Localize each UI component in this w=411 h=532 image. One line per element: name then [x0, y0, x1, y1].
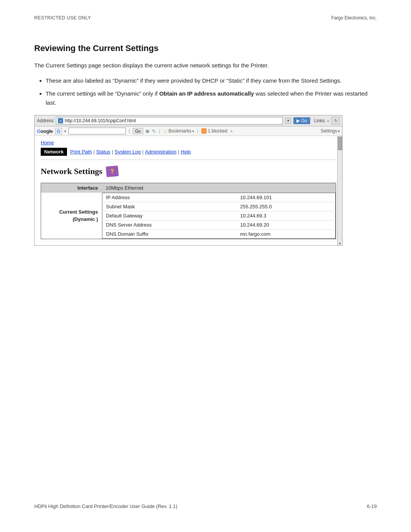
ip-address-row: IP Address 10.244.69.101 — [102, 193, 336, 202]
bullet-list: These are also labeled as “Dynamic” if t… — [34, 76, 377, 107]
ip-address-value: 10.244.69.101 — [236, 193, 336, 202]
default-gateway-label: Default Gateway — [102, 211, 236, 220]
current-settings-sub: (Dynamic ) — [73, 216, 98, 222]
bullet-2-before: The current settings will be “Dynamic” o… — [46, 90, 159, 97]
footer-guide-title: HDPii High Definition Card Printer/Encod… — [34, 503, 177, 509]
intro-paragraph: The Current Settings page section displa… — [34, 61, 377, 70]
subnet-mask-value: 255.255.255.0 — [236, 202, 336, 211]
blocked-btn[interactable]: ! 1 blocked — [201, 128, 227, 134]
bookmarks-dropdown-icon: ▾ — [192, 129, 194, 133]
toolbar-back-icon[interactable]: ⊕ — [145, 128, 150, 134]
dns-server-row: DNS Server Address 10.244.69.20 — [102, 220, 336, 230]
nav-network-btn[interactable]: Network — [41, 148, 67, 156]
address-bar[interactable]: e http://10.244.69.101/tcpipConf.html — [56, 117, 283, 125]
default-gateway-value: 10.244.69.3 — [236, 211, 336, 220]
url-text: http://10.244.69.101/tcpipConf.html — [65, 118, 281, 123]
subnet-mask-row: Subnet Mask 255.255.255.0 — [102, 202, 336, 211]
toolbar-separator-3: | — [197, 128, 198, 134]
book-icon — [106, 166, 119, 177]
dns-server-value: 10.244.69.20 — [236, 220, 336, 230]
blocked-label: 1 blocked — [208, 128, 227, 134]
links-chevron-icon: » — [327, 119, 329, 123]
dns-domain-label: DNS Domain Suffix — [102, 230, 236, 239]
web-divider — [41, 160, 336, 160]
links-label: Links — [314, 118, 325, 123]
settings-table: Interface 10Mbps Ethernet Current Settin… — [41, 183, 336, 239]
current-settings-label-cell: Current Settings (Dynamic ) — [41, 193, 102, 239]
page-footer: HDPii High Definition Card Printer/Encod… — [34, 488, 377, 509]
blocked-icon: ! — [201, 128, 207, 134]
nav-administration[interactable]: Administration — [145, 149, 176, 155]
google-g-btn[interactable]: G — [55, 128, 62, 134]
interface-label-cell: Interface — [41, 183, 102, 193]
google-search-input[interactable] — [70, 128, 124, 134]
google-g-letter: G — [37, 128, 41, 134]
toolbar-forward-icon[interactable]: ✎ — [152, 128, 156, 134]
settings-label: Settings — [321, 128, 337, 134]
star-icon: ☆ — [163, 128, 168, 134]
refresh-icon[interactable]: ↻ — [331, 117, 340, 125]
toolbar-separator-1: | — [129, 128, 130, 134]
nav-print-path[interactable]: Print Path — [70, 149, 92, 155]
main-content: Reviewing the Current Settings The Curre… — [34, 36, 377, 488]
web-nav: Network Print Path | Status | System Log… — [41, 148, 336, 156]
page-icon: e — [58, 118, 63, 123]
nav-status[interactable]: Status — [96, 149, 110, 155]
network-settings-heading: Network Settings — [41, 166, 336, 177]
scrollbar-thumb[interactable] — [338, 137, 342, 150]
current-settings-row: Current Settings (Dynamic ) IP Address 1… — [41, 193, 336, 239]
header-company: Fargo Electronics, Inc. — [331, 15, 377, 21]
footer-page-number: 6-19 — [367, 503, 377, 509]
bullet-item-2: The current settings will be “Dynamic” o… — [46, 89, 377, 107]
web-content: ▼ Home Network Print Path | Status | Sys… — [35, 136, 342, 245]
ip-address-label: IP Address — [102, 193, 236, 202]
dns-domain-row: DNS Domain Suffix mn.fargo.com — [102, 230, 336, 239]
go-button[interactable]: ▶ Go — [293, 117, 310, 124]
nav-pipe-2: | — [112, 149, 113, 155]
bullet-1-text: These are also labeled as “Dynamic” if t… — [46, 77, 342, 84]
google-dropdown-icon: ▾ — [64, 129, 66, 133]
scrollbar[interactable]: ▼ — [337, 136, 342, 245]
browser-screenshot: Address e http://10.244.69.101/tcpipConf… — [34, 115, 342, 246]
blocked-chevron-icon: » — [230, 129, 233, 133]
nav-system-log[interactable]: System Log — [115, 149, 141, 155]
address-dropdown[interactable]: ▾ — [285, 118, 291, 124]
current-settings-label: Current Settings (Dynamic ) — [45, 209, 98, 222]
current-settings-text: Current Settings — [59, 209, 98, 215]
network-settings-title: Network Settings — [41, 166, 102, 176]
bullet-item-1: These are also labeled as “Dynamic” if t… — [46, 76, 377, 85]
nav-help[interactable]: Help — [181, 149, 191, 155]
dns-domain-value: mn.fargo.com — [236, 230, 336, 239]
nav-pipe-4: | — [178, 149, 179, 155]
default-gateway-row: Default Gateway 10.244.69.3 — [102, 211, 336, 220]
section-title: Reviewing the Current Settings — [34, 43, 377, 53]
dns-server-label: DNS Server Address — [102, 220, 236, 230]
scroll-arrow-down[interactable]: ▼ — [338, 242, 342, 245]
google-rest: oogle — [41, 128, 53, 134]
nav-pipe-1: | — [93, 149, 94, 155]
go-label: Go — [301, 118, 307, 123]
interface-row: Interface 10Mbps Ethernet — [41, 183, 336, 193]
google-toolbar: Google G ▾ | Go ⊕ ✎ | ☆ Bookmarks ▾ | — [35, 126, 342, 136]
home-link[interactable]: Home — [41, 140, 336, 145]
browser-address-toolbar: Address e http://10.244.69.101/tcpipConf… — [35, 115, 342, 126]
bullet-2-bold: Obtain an IP address automatically — [159, 90, 254, 97]
settings-detail-table: IP Address 10.244.69.101 Subnet Mask 255… — [102, 193, 336, 239]
page-header: RESTRICTED USE ONLY Fargo Electronics, I… — [34, 15, 377, 24]
settings-detail-cell: IP Address 10.244.69.101 Subnet Mask 255… — [102, 193, 336, 239]
nav-pipe-3: | — [142, 149, 143, 155]
interface-value-cell: 10Mbps Ethernet — [102, 183, 336, 193]
bookmarks-btn[interactable]: ☆ Bookmarks ▾ — [163, 128, 194, 134]
address-label: Address — [37, 118, 54, 123]
go-arrow-icon: ▶ — [296, 118, 300, 123]
google-search-box[interactable] — [68, 128, 126, 134]
web-content-wrapper: ▼ Home Network Print Path | Status | Sys… — [35, 136, 342, 245]
bookmarks-label: Bookmarks — [169, 128, 191, 134]
settings-btn[interactable]: Settings ▾ — [321, 128, 340, 134]
subnet-mask-label: Subnet Mask — [102, 202, 236, 211]
settings-dropdown-icon: ▾ — [338, 129, 340, 133]
toolbar-separator-2: | — [159, 128, 160, 134]
header-restricted: RESTRICTED USE ONLY — [34, 15, 91, 21]
google-logo: Google — [37, 128, 53, 134]
google-go-btn[interactable]: Go — [133, 128, 143, 134]
